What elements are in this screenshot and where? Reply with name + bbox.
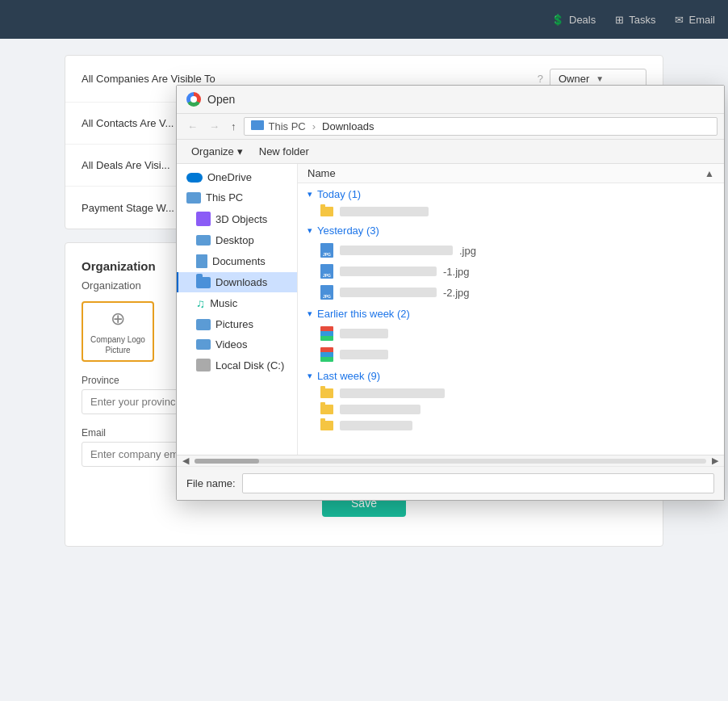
organize-button[interactable]: Organize ▾ (186, 143, 248, 160)
music-icon: ♫ (196, 296, 205, 310)
file-name-blurred (340, 207, 429, 216)
group-today[interactable]: ▾ Today (1) (298, 183, 724, 204)
group-today-label: Today (1) (317, 188, 361, 200)
scroll-right-button[interactable]: ▶ (709, 455, 721, 466)
file-name-blurred (340, 405, 420, 414)
sidebar-item-onedrive[interactable]: OneDrive (177, 167, 297, 187)
scroll-thumb[interactable] (195, 459, 259, 464)
downloads-label: Downloads (215, 276, 267, 288)
dialog-overlay: Open ← → ↑ This PC › Downloads Organize … (0, 0, 728, 701)
pictures-label: Pictures (215, 318, 253, 330)
folder-icon (320, 421, 333, 430)
scroll-track (195, 459, 706, 464)
localdisk-icon (196, 359, 211, 371)
address-bar: This PC › Downloads (244, 117, 718, 136)
videos-label: Videos (215, 338, 248, 350)
expand-icon: ▾ (308, 189, 312, 199)
jpg-icon (320, 285, 333, 300)
sidebar-item-music[interactable]: ♫ Music (177, 292, 297, 314)
file-ext: -1.jpg (443, 266, 470, 278)
filename-label: File name: (186, 477, 236, 489)
file-name-blurred (340, 267, 437, 276)
sidebar-item-videos[interactable]: Videos (177, 334, 297, 355)
desktop-icon (196, 235, 211, 246)
desktop-label: Desktop (215, 234, 254, 246)
expand-icon: ▾ (308, 371, 312, 381)
dialog-title: Open (207, 93, 235, 106)
dialog-organize-toolbar: Organize ▾ New folder (177, 140, 724, 164)
list-item[interactable]: -2.jpg (298, 282, 724, 303)
3dobjects-icon (196, 212, 211, 226)
group-earlier-week[interactable]: ▾ Earlier this week (2) (298, 303, 724, 323)
name-column-header: Name (308, 167, 336, 179)
file-ext: -2.jpg (443, 287, 470, 299)
chrome-icon (186, 92, 201, 107)
list-item[interactable]: -1.jpg (298, 261, 724, 282)
file-open-dialog: Open ← → ↑ This PC › Downloads Organize … (176, 85, 725, 501)
organize-label: Organize (191, 145, 234, 157)
onedrive-label: OneDrive (207, 171, 252, 183)
new-folder-label: New folder (259, 145, 309, 157)
stack-icon (320, 326, 333, 341)
up-button[interactable]: ↑ (227, 118, 241, 135)
list-item[interactable] (298, 385, 724, 401)
videos-icon (196, 339, 211, 350)
onedrive-icon (186, 173, 203, 183)
list-item[interactable] (298, 204, 724, 220)
localdisk-label: Local Disk (C:) (215, 359, 284, 371)
collapse-button[interactable]: ▲ (705, 168, 714, 179)
list-item[interactable] (298, 344, 724, 365)
dialog-address-toolbar: ← → ↑ This PC › Downloads (177, 114, 724, 140)
sidebar-item-downloads[interactable]: Downloads (177, 272, 297, 292)
folder-icon (320, 405, 333, 414)
file-name-blurred (340, 329, 388, 338)
address-current: Downloads (322, 120, 374, 132)
file-name-blurred (340, 421, 412, 430)
new-folder-button[interactable]: New folder (254, 143, 314, 160)
pictures-icon (196, 319, 211, 330)
organize-chevron-icon: ▾ (237, 145, 243, 157)
sidebar-item-documents[interactable]: Documents (177, 250, 297, 272)
stack-icon (320, 347, 333, 362)
jpg-icon (320, 264, 333, 279)
list-item[interactable] (298, 418, 724, 434)
expand-icon: ▾ (308, 225, 312, 236)
filename-row: File name: (177, 466, 724, 500)
sidebar-item-localdisk[interactable]: Local Disk (C:) (177, 355, 297, 376)
sidebar-item-pictures[interactable]: Pictures (177, 314, 297, 334)
file-name-blurred (340, 288, 437, 297)
sidebar-item-thispc[interactable]: This PC (177, 187, 297, 208)
folder-icon (320, 207, 333, 216)
group-yesterday[interactable]: ▾ Yesterday (3) (298, 220, 724, 240)
forward-button[interactable]: → (205, 118, 224, 135)
list-item[interactable] (298, 401, 724, 418)
address-this-pc[interactable]: This PC (269, 120, 306, 132)
documents-icon (196, 254, 207, 268)
folder-nav-icon (251, 120, 264, 132)
dialog-filelist: Name ▲ ▾ Today (1) ▾ Yesterday (3) (298, 164, 724, 455)
group-earlier-week-label: Earlier this week (2) (317, 308, 410, 320)
file-name-blurred (340, 350, 388, 359)
dialog-body: OneDrive This PC 3D Objects Desktop Docu… (177, 164, 724, 455)
sidebar-item-desktop[interactable]: Desktop (177, 230, 297, 250)
scroll-left-button[interactable]: ◀ (180, 455, 191, 466)
folder-icon (320, 388, 333, 398)
jpg-icon (320, 243, 333, 258)
downloads-icon (196, 277, 211, 288)
group-last-week[interactable]: ▾ Last week (9) (298, 365, 724, 385)
scrollbar-area: ◀ ▶ (177, 455, 724, 466)
list-item[interactable] (298, 323, 724, 344)
dialog-sidebar: OneDrive This PC 3D Objects Desktop Docu… (177, 164, 298, 455)
file-name-blurred (340, 246, 453, 255)
dialog-titlebar: Open (177, 86, 724, 114)
address-separator: › (312, 120, 316, 132)
documents-label: Documents (212, 255, 266, 267)
group-yesterday-label: Yesterday (3) (317, 225, 379, 237)
filename-input[interactable] (242, 473, 714, 493)
list-item[interactable]: .jpg (298, 240, 724, 261)
back-button[interactable]: ← (183, 118, 202, 135)
thispc-label: This PC (206, 191, 243, 204)
music-label: Music (210, 297, 237, 309)
sidebar-item-3dobjects[interactable]: 3D Objects (177, 208, 297, 230)
file-name-blurred (340, 388, 445, 398)
